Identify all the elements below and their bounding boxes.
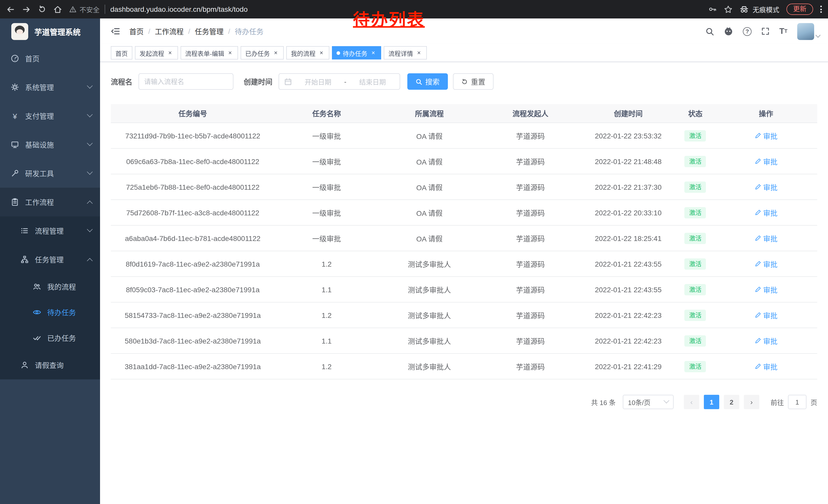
cell-process: 测试多审批人 bbox=[379, 277, 481, 302]
search-icon[interactable] bbox=[705, 27, 714, 36]
close-icon[interactable]: × bbox=[273, 50, 279, 56]
sidebar-item-home[interactable]: 首页 bbox=[0, 44, 100, 73]
tab-start-process[interactable]: 发起流程× bbox=[135, 46, 178, 59]
col-status: 状态 bbox=[676, 104, 715, 123]
sidebar-item-label: 首页 bbox=[25, 53, 40, 63]
sidebar-item-my-process[interactable]: 我的流程 bbox=[0, 274, 100, 300]
page-number-1[interactable]: 1 bbox=[704, 395, 719, 409]
pencil-icon bbox=[754, 158, 761, 165]
sidebar-item-label: 任务管理 bbox=[35, 254, 64, 265]
close-icon[interactable]: × bbox=[227, 50, 234, 56]
reload-icon[interactable] bbox=[38, 5, 46, 13]
sidebar-item-task-mgmt[interactable]: 任务管理 bbox=[0, 245, 100, 274]
prev-page-button[interactable]: ‹ bbox=[684, 395, 699, 409]
user-menu[interactable] bbox=[797, 23, 820, 40]
approve-link[interactable]: 审批 bbox=[754, 208, 778, 218]
tab-todo-tasks[interactable]: 待办任务× bbox=[332, 46, 381, 59]
status-badge: 激活 bbox=[685, 130, 706, 141]
approve-link[interactable]: 审批 bbox=[754, 310, 778, 320]
status-badge: 激活 bbox=[685, 207, 706, 218]
github-icon[interactable] bbox=[724, 27, 733, 36]
chrome-menu-icon[interactable] bbox=[820, 6, 822, 13]
cell-task-name: 1.2 bbox=[275, 251, 379, 277]
close-icon[interactable]: × bbox=[416, 50, 422, 56]
goto-page-input[interactable] bbox=[788, 395, 806, 409]
breadcrumb-workflow[interactable]: 工作流程 bbox=[155, 26, 184, 36]
tab-process-detail[interactable]: 流程详情× bbox=[384, 46, 427, 59]
sidebar-item-leave-query[interactable]: 请假查询 bbox=[0, 351, 100, 379]
url-text[interactable]: dashboard.yudao.iocoder.cn/bpm/task/todo bbox=[110, 5, 248, 13]
cell-task-id: 8f0d1619-7ac8-11ec-a9e2-a2380e71991a bbox=[111, 251, 275, 277]
sidebar-item-workflow[interactable]: 工作流程 bbox=[0, 188, 100, 216]
approve-link[interactable]: 审批 bbox=[754, 335, 778, 346]
page-number-2[interactable]: 2 bbox=[724, 395, 739, 409]
bookmark-star-icon[interactable] bbox=[724, 5, 733, 13]
next-page-button[interactable]: › bbox=[744, 395, 759, 409]
breadcrumb-home[interactable]: 首页 bbox=[129, 26, 143, 36]
approve-link[interactable]: 审批 bbox=[754, 361, 778, 371]
close-icon[interactable]: × bbox=[370, 50, 377, 56]
home-icon[interactable] bbox=[53, 5, 62, 13]
sidebar-fold-icon[interactable] bbox=[111, 27, 120, 36]
sidebar-item-system[interactable]: 系统管理 bbox=[0, 73, 100, 101]
approve-link[interactable]: 审批 bbox=[754, 284, 778, 294]
font-size-icon[interactable]: TT bbox=[779, 27, 787, 35]
cell-task-name: 一级审批 bbox=[275, 123, 379, 148]
breadcrumb-separator: / bbox=[188, 27, 190, 35]
reset-button[interactable]: 重置 bbox=[453, 73, 494, 90]
sidebar-item-devtools[interactable]: 研发工具 bbox=[0, 159, 100, 188]
tab-done-tasks[interactable]: 已办任务× bbox=[241, 46, 284, 59]
yen-icon: ¥ bbox=[11, 112, 19, 120]
table-row: 58154733-7ac8-11ec-a9e2-a2380e71991a 1.2… bbox=[111, 302, 817, 328]
cell-task-id: 069c6a63-7b8a-11ec-8ef0-acde48001122 bbox=[111, 148, 275, 174]
chevron-down-icon bbox=[87, 140, 93, 146]
page-size-select[interactable]: 10条/页 bbox=[623, 395, 673, 409]
forward-icon[interactable] bbox=[22, 5, 31, 13]
cell-process: OA 请假 bbox=[379, 200, 481, 225]
approve-link[interactable]: 审批 bbox=[754, 182, 778, 192]
cell-task-id: 381aa1dd-7ac8-11ec-a9e2-a2380e71991a bbox=[111, 354, 275, 379]
breadcrumb-task-mgmt[interactable]: 任务管理 bbox=[195, 26, 224, 36]
sidebar-item-infrastructure[interactable]: 基础设施 bbox=[0, 130, 100, 159]
logo-row[interactable]: 芋道管理系统 bbox=[0, 18, 100, 44]
cell-initiator: 芋道源码 bbox=[480, 328, 580, 354]
key-icon[interactable] bbox=[708, 5, 717, 13]
cell-process: 测试多审批人 bbox=[379, 328, 481, 354]
sidebar-item-done-tasks[interactable]: 已办任务 bbox=[0, 325, 100, 351]
app-header: 首页 / 工作流程 / 任务管理 / 待办任务 ? bbox=[100, 18, 828, 44]
breadcrumb: 首页 / 工作流程 / 任务管理 / 待办任务 bbox=[129, 26, 263, 36]
sidebar-item-todo-tasks[interactable]: 待办任务 bbox=[0, 300, 100, 325]
date-range-picker[interactable]: 开始日期 - 结束日期 bbox=[279, 73, 400, 90]
table-row: a6aba0a4-7b6d-11ec-b781-acde48001122 一级审… bbox=[111, 225, 817, 251]
close-icon[interactable]: × bbox=[167, 50, 173, 56]
close-icon[interactable]: × bbox=[318, 50, 325, 56]
approve-link[interactable]: 审批 bbox=[754, 233, 778, 243]
sidebar-item-process-mgmt[interactable]: 流程管理 bbox=[0, 216, 100, 245]
approve-link[interactable]: 审批 bbox=[754, 259, 778, 269]
cell-created: 2022-01-21 22:41:29 bbox=[580, 354, 676, 379]
process-name-input[interactable] bbox=[138, 73, 234, 90]
update-button[interactable]: 更新 bbox=[786, 4, 813, 15]
help-icon[interactable]: ? bbox=[743, 27, 752, 36]
search-button[interactable]: 搜索 bbox=[407, 73, 448, 90]
cell-task-name: 一级审批 bbox=[275, 225, 379, 251]
sidebar: 芋道管理系统 首页 系统管理 ¥ 支付管理 基础设施 bbox=[0, 18, 100, 504]
person-icon bbox=[20, 361, 29, 369]
approve-link[interactable]: 审批 bbox=[754, 131, 778, 141]
security-chip[interactable]: 不安全 bbox=[69, 4, 99, 14]
tab-my-process[interactable]: 我的流程× bbox=[286, 46, 329, 59]
pencil-icon bbox=[754, 184, 761, 190]
table-row: 73211d9d-7b9b-11ec-b5b7-acde48001122 一级审… bbox=[111, 123, 817, 148]
approve-link[interactable]: 审批 bbox=[754, 156, 778, 166]
page-content: 流程名 创建时间 开始日期 - 结束日期 搜索 重 bbox=[100, 62, 828, 504]
pencil-icon bbox=[754, 312, 761, 318]
process-name-label: 流程名 bbox=[111, 77, 132, 87]
back-icon[interactable] bbox=[6, 5, 15, 13]
sidebar-item-payment[interactable]: ¥ 支付管理 bbox=[0, 101, 100, 130]
wrench-icon bbox=[11, 169, 19, 177]
tab-form-edit[interactable]: 流程表单-编辑× bbox=[180, 46, 238, 59]
tab-home[interactable]: 首页 bbox=[111, 46, 132, 59]
status-badge: 激活 bbox=[685, 284, 706, 295]
fullscreen-icon[interactable] bbox=[761, 27, 770, 35]
cell-task-name: 1.1 bbox=[275, 277, 379, 302]
